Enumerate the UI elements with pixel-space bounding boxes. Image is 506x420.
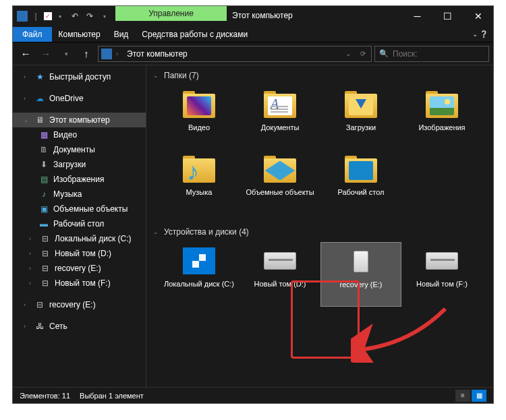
drive-icon: ⊟ xyxy=(40,263,51,274)
sidebar-item-video[interactable]: ▦Видео xyxy=(13,127,146,142)
drive-local-c[interactable]: Локальный диск (C:) xyxy=(159,242,240,307)
network-icon: 🖧 xyxy=(34,321,45,332)
drive-new-f[interactable]: Новый том (F:) xyxy=(401,242,482,307)
drive-new-d[interactable]: Новый том (D:) xyxy=(240,242,320,307)
sidebar-label: OneDrive xyxy=(49,94,84,103)
ribbon-tab-drive-tools[interactable]: Средства работы с дисками xyxy=(135,27,254,42)
sidebar-label: Документы xyxy=(53,145,95,154)
section-header-devices[interactable]: ⌄Устройства и диски (4) xyxy=(146,222,493,239)
folder-video[interactable]: Видео xyxy=(159,86,240,150)
sidebar-item-documents[interactable]: 🗎Документы xyxy=(13,142,146,157)
sidebar-item-3d-objects[interactable]: ▣Объемные объекты xyxy=(13,202,146,216)
sidebar-item-pictures[interactable]: ▤Изображения xyxy=(13,172,146,187)
back-button[interactable]: ← xyxy=(17,45,34,63)
sidebar-label: Новый том (D:) xyxy=(55,249,111,258)
onedrive-icon: ☁ xyxy=(34,93,45,104)
star-icon: ★ xyxy=(34,71,45,82)
sidebar-item-downloads[interactable]: ⬇Загрузки xyxy=(13,157,146,172)
qat-checkbox-icon[interactable]: ✓ xyxy=(44,12,52,20)
sidebar-item-local-c[interactable]: ›⊟Локальный диск (C:) xyxy=(13,231,146,246)
music-icon: ♪ xyxy=(38,189,49,200)
drive-icon: ⊟ xyxy=(40,248,51,259)
qat-undo-icon[interactable]: ↶ xyxy=(68,9,82,23)
windows-drive-icon xyxy=(183,247,215,274)
folder-desktop[interactable]: Рабочий стол xyxy=(320,150,401,215)
address-chevron-icon[interactable]: › xyxy=(116,51,123,57)
sidebar-label: recovery (E:) xyxy=(49,300,96,309)
folder-downloads[interactable]: Загрузки xyxy=(320,86,401,150)
folder-3d-objects[interactable]: Объемные объекты xyxy=(240,150,320,215)
ribbon-tabs: Файл Компьютер Вид Средства работы с дис… xyxy=(13,26,493,42)
qat-properties-icon[interactable]: ▪ xyxy=(53,9,67,23)
chevron-down-icon: ⌄ xyxy=(153,229,160,235)
qat-separator-icon: | xyxy=(29,9,43,23)
download-icon: ⬇ xyxy=(38,159,49,170)
title-bar: | ✓ ▪ ↶ ↷ ▾ Управление Этот компьютер ─ … xyxy=(13,6,493,26)
cube-icon xyxy=(265,161,296,181)
sidebar-label: Музыка xyxy=(53,189,82,199)
sidebar-item-music[interactable]: ♪Музыка xyxy=(13,187,146,202)
refresh-icon[interactable]: ⟳ xyxy=(358,50,368,57)
explorer-window: | ✓ ▪ ↶ ↷ ▾ Управление Этот компьютер ─ … xyxy=(12,5,494,404)
sidebar-label: Объемные объекты xyxy=(53,204,128,214)
ribbon-tab-computer[interactable]: Компьютер xyxy=(52,27,107,42)
drive-icon: ⊟ xyxy=(34,299,45,310)
sidebar-label: Загрузки xyxy=(53,160,86,169)
sidebar-item-recovery-e-root[interactable]: ›⊟recovery (E:) xyxy=(13,297,146,312)
close-button[interactable]: ✕ xyxy=(463,6,493,26)
content-pane: ⌄Папки (7) Видео Документы Загрузки Изоб… xyxy=(146,65,493,387)
sidebar-item-desktop[interactable]: ▬Рабочий стол xyxy=(13,216,146,231)
sidebar-item-quick-access[interactable]: ›★Быстрый доступ xyxy=(13,69,146,84)
forward-button[interactable]: → xyxy=(37,45,55,63)
address-dropdown-icon[interactable]: ⌄ xyxy=(343,50,354,57)
drive-icon: ⊟ xyxy=(40,233,51,244)
pictures-icon: ▤ xyxy=(38,174,49,185)
search-box[interactable]: 🔍 xyxy=(374,46,489,62)
maximize-button[interactable]: ☐ xyxy=(432,6,463,26)
sidebar-label: Рабочий стол xyxy=(53,219,104,229)
folder-pictures[interactable]: Изображения xyxy=(401,86,482,150)
ribbon-tab-view[interactable]: Вид xyxy=(107,27,136,42)
sidebar-label: Видео xyxy=(53,130,77,140)
ribbon-tab-file[interactable]: Файл xyxy=(13,27,52,42)
sidebar-item-this-pc[interactable]: ⌄🖥Этот компьютер xyxy=(13,113,146,127)
sidebar-label: Сеть xyxy=(49,322,67,331)
sidebar-label: recovery (E:) xyxy=(55,264,101,273)
drives-grid: Локальный диск (C:) Новый том (D:) recov… xyxy=(146,239,493,313)
drive-icon xyxy=(426,252,458,270)
sidebar-label: Быстрый доступ xyxy=(49,72,111,82)
search-icon: 🔍 xyxy=(379,49,389,58)
navigation-pane: ›★Быстрый доступ ›☁OneDrive ⌄🖥Этот компь… xyxy=(13,65,146,387)
sidebar-label: Изображения xyxy=(53,175,104,184)
folder-documents[interactable]: Документы xyxy=(240,86,320,150)
music-note-icon: ♪ xyxy=(187,158,199,185)
contextual-tab-manage[interactable]: Управление xyxy=(115,6,227,21)
folder-music[interactable]: ♪ Музыка xyxy=(159,150,240,215)
sidebar-item-new-d[interactable]: ›⊟Новый том (D:) xyxy=(13,246,146,261)
status-bar: Элементов: 11 Выбран 1 элемент ≡ ▦ xyxy=(13,387,493,403)
sidebar-label: Этот компьютер xyxy=(49,115,110,125)
up-button[interactable]: ↑ xyxy=(78,45,95,63)
section-header-folders[interactable]: ⌄Папки (7) xyxy=(146,65,493,83)
view-large-icons-button[interactable]: ▦ xyxy=(472,390,486,402)
sidebar-item-onedrive[interactable]: ›☁OneDrive xyxy=(13,91,146,106)
sidebar-item-new-f[interactable]: ›⊟Новый том (F:) xyxy=(13,276,146,291)
desktop-icon: ▬ xyxy=(38,218,49,229)
ribbon-expand-icon[interactable]: ⌄ ❔ xyxy=(472,30,493,38)
address-bar[interactable]: › Этот компьютер ⌄ ⟳ xyxy=(98,46,372,62)
view-details-button[interactable]: ≡ xyxy=(455,390,470,402)
recent-locations-icon[interactable]: ▾ xyxy=(57,45,75,63)
sidebar-item-network[interactable]: ›🖧Сеть xyxy=(13,319,146,334)
chevron-down-icon: ⌄ xyxy=(153,72,160,79)
address-path[interactable]: Этот компьютер xyxy=(127,49,339,59)
quick-access-toolbar: | ✓ ▪ ↶ ↷ ▾ xyxy=(13,6,111,26)
sidebar-item-recovery-e[interactable]: ›⊟recovery (E:) xyxy=(13,261,146,276)
qat-dropdown-icon[interactable]: ▾ xyxy=(98,9,111,23)
drive-recovery-e[interactable]: recovery (E:) xyxy=(320,242,401,307)
search-input[interactable] xyxy=(393,49,494,59)
video-icon: ▦ xyxy=(38,129,49,140)
minimize-button[interactable]: ─ xyxy=(402,6,432,26)
qat-redo-icon[interactable]: ↷ xyxy=(83,9,96,23)
document-icon: 🗎 xyxy=(38,144,49,155)
pc-icon: 🖥 xyxy=(34,115,45,125)
